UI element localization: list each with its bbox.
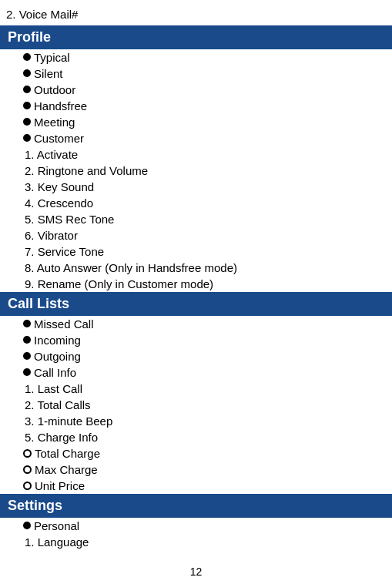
call-lists-numbered-3: 3. 1-minute Beep — [0, 413, 392, 429]
bullet-dot-icon — [23, 86, 31, 93]
profile-section: Profile Typical Silent Outdoor Handsfree… — [0, 25, 392, 292]
bullet-dot-icon — [23, 118, 31, 126]
bullet-dot-icon — [23, 368, 31, 376]
circle-dot-icon — [23, 482, 32, 490]
call-lists-bullet-incoming: Incoming — [0, 332, 392, 348]
profile-numbered-6: 6. Vibrator — [0, 227, 392, 243]
settings-section: Settings Personal 1. Language — [0, 494, 392, 550]
call-lists-numbered-2: 2. Total Calls — [0, 397, 392, 413]
profile-numbered-9: 9. Rename (Only in Customer mode) — [0, 276, 392, 292]
profile-bullet-handsfree: Handsfree — [0, 98, 392, 114]
call-lists-circle-total: Total Charge — [0, 445, 392, 461]
circle-dot-icon — [23, 449, 32, 458]
bullet-dot-icon — [23, 352, 31, 360]
bullet-dot-icon — [23, 522, 31, 529]
call-lists-section-header: Call Lists — [0, 292, 392, 316]
bullet-dot-icon — [23, 69, 31, 77]
profile-numbered-3: 3. Key Sound — [0, 179, 392, 195]
page-number: 12 — [0, 566, 392, 578]
settings-bullet-personal: Personal — [0, 518, 392, 534]
profile-bullet-customer: Customer — [0, 130, 392, 146]
profile-numbered-4: 4. Crescendo — [0, 195, 392, 211]
call-lists-circle-unit: Unit Price — [0, 478, 392, 494]
settings-numbered-1: 1. Language — [0, 534, 392, 550]
profile-numbered-7: 7. Service Tone — [0, 243, 392, 260]
profile-bullet-meeting: Meeting — [0, 114, 392, 130]
profile-numbered-5: 5. SMS Rec Tone — [0, 211, 392, 227]
profile-numbered-2: 2. Ringtone and Volume — [0, 163, 392, 179]
call-lists-circle-max: Max Charge — [0, 461, 392, 478]
bullet-dot-icon — [23, 336, 31, 344]
profile-bullet-outdoor: Outdoor — [0, 82, 392, 98]
call-lists-section: Call Lists Missed Call Incoming Outgoing… — [0, 292, 392, 494]
profile-bullet-typical: Typical — [0, 49, 392, 65]
call-lists-bullet-callinfo: Call Info — [0, 364, 392, 381]
call-lists-bullet-missed: Missed Call — [0, 316, 392, 332]
bullet-dot-icon — [23, 102, 31, 109]
settings-section-header: Settings — [0, 494, 392, 518]
bullet-dot-icon — [23, 134, 31, 142]
call-lists-numbered-5: 5. Charge Info — [0, 429, 392, 445]
voice-mail-header: 2. Voice Mail# — [0, 6, 392, 25]
circle-dot-icon — [23, 465, 32, 474]
profile-section-header: Profile — [0, 25, 392, 49]
bullet-dot-icon — [23, 320, 31, 327]
profile-numbered-8: 8. Auto Answer (Only in Handsfree mode) — [0, 260, 392, 276]
call-lists-bullet-outgoing: Outgoing — [0, 348, 392, 364]
profile-bullet-silent: Silent — [0, 65, 392, 82]
profile-numbered-1: 1. Activate — [0, 146, 392, 163]
call-lists-numbered-1: 1. Last Call — [0, 381, 392, 397]
bullet-dot-icon — [23, 53, 31, 61]
